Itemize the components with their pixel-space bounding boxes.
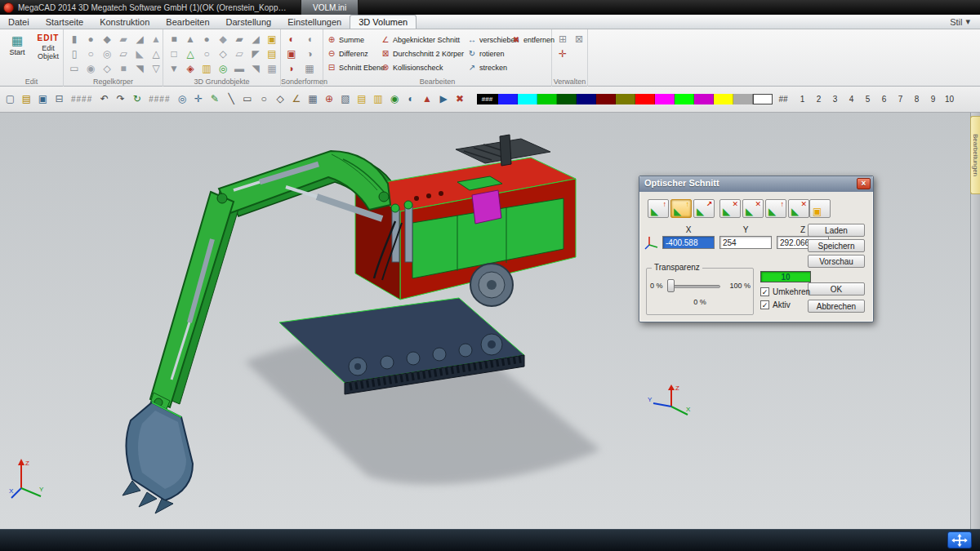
print-icon[interactable]: ⊟: [52, 92, 66, 106]
undo-icon[interactable]: ↶: [97, 92, 111, 106]
rotieren-button[interactable]: ↻rotieren: [467, 47, 519, 60]
refresh-icon[interactable]: ↻: [130, 92, 144, 106]
y-input[interactable]: 254: [719, 236, 772, 249]
measure-icon[interactable]: ∠: [290, 92, 304, 106]
menu-bearbeiten[interactable]: Bearbeiten: [158, 15, 217, 29]
section-plane-7-button[interactable]: ◣✕: [788, 199, 809, 218]
special-form-icon[interactable]: ◐: [284, 33, 299, 47]
new-file-icon[interactable]: ▢: [3, 92, 17, 106]
group-icon[interactable]: ▧: [339, 92, 353, 106]
level-number[interactable]: 6: [876, 95, 893, 104]
pencil-icon[interactable]: ✎: [208, 92, 222, 106]
solid-primitive-icon[interactable]: ◇: [100, 62, 114, 76]
current-color-swatch[interactable]: ###: [477, 94, 498, 104]
level-number[interactable]: 8: [909, 95, 925, 104]
save-icon[interactable]: ▣: [36, 92, 50, 106]
solid-primitive-icon[interactable]: ▭: [67, 62, 82, 76]
special-form-icon[interactable]: ▦: [302, 62, 317, 76]
level-number[interactable]: 5: [860, 95, 876, 104]
section-edit-button[interactable]: ▣: [809, 199, 831, 218]
verwalten-tool-icon[interactable]: ⊠: [572, 33, 586, 47]
level-number[interactable]: 10: [942, 95, 958, 104]
solid-primitive-icon[interactable]: ■: [116, 62, 131, 76]
dialog-titlebar[interactable]: Optischer Schnitt ×: [639, 176, 873, 192]
level-number[interactable]: 9: [925, 95, 942, 104]
base-object-icon[interactable]: ◆: [216, 33, 230, 47]
vorschau-button[interactable]: Vorschau: [808, 255, 865, 268]
section-plane-1-button[interactable]: ◣↑: [648, 199, 669, 218]
laden-button[interactable]: Laden: [808, 224, 865, 237]
solid-primitive-icon[interactable]: △: [149, 47, 163, 61]
base-object-icon[interactable]: ▰: [232, 33, 247, 47]
durchschnitt-2-koerper-button[interactable]: ⊠Durchschnitt 2 Körper: [381, 47, 464, 60]
menu-darstellung[interactable]: Darstellung: [218, 15, 280, 29]
folder2-icon[interactable]: ▥: [372, 92, 385, 106]
document-tab[interactable]: VOLM.ini: [301, 0, 359, 15]
special-form-icon[interactable]: ◑: [302, 47, 317, 61]
summe-button[interactable]: ⊕Summe: [327, 33, 385, 46]
section-plane-5-button[interactable]: ◣✕: [742, 199, 764, 218]
solid-primitive-icon[interactable]: ◣: [132, 47, 147, 61]
aktiv-checkbox[interactable]: ✓ Aktiv: [760, 300, 791, 309]
level-number[interactable]: 4: [844, 95, 860, 104]
menu-einstellungen[interactable]: Einstellungen: [279, 15, 350, 29]
level-number[interactable]: 1: [795, 95, 811, 104]
abbrechen-button[interactable]: Abbrechen: [808, 300, 865, 313]
solid-primitive-icon[interactable]: ▲: [149, 33, 163, 47]
special-form-icon[interactable]: ◗: [284, 62, 299, 76]
solid-primitive-icon[interactable]: ◉: [83, 62, 98, 76]
ok-button[interactable]: OK: [808, 282, 865, 295]
transparenz-slider-handle[interactable]: [667, 279, 675, 292]
level-number[interactable]: 3: [827, 95, 844, 104]
stil-menu[interactable]: Stil ▾: [950, 15, 980, 29]
base-object-icon[interactable]: ●: [199, 33, 214, 47]
section-plane-2-button[interactable]: ◣↑: [670, 199, 692, 218]
edit-objekt-button[interactable]: EDIT Edit Objekt: [34, 33, 62, 60]
view-icon[interactable]: ◐: [404, 92, 418, 106]
section-plane-4-button[interactable]: ◣✕: [719, 199, 741, 218]
delete-icon[interactable]: ✖: [453, 92, 467, 106]
menu-3d-volumen[interactable]: 3D Volumen: [350, 15, 416, 29]
solid-primitive-icon[interactable]: ▱: [116, 47, 131, 61]
base-object-icon[interactable]: ◥: [248, 62, 263, 76]
base-object-icon[interactable]: △: [183, 47, 198, 61]
color-swatch[interactable]: [596, 94, 616, 104]
entfernen-button[interactable]: ✖entfernen: [511, 33, 555, 46]
special-form-icon[interactable]: ◖: [302, 33, 317, 47]
rectangle-icon[interactable]: ▭: [241, 92, 255, 106]
base-object-icon[interactable]: ▼: [167, 62, 181, 76]
color-swatch[interactable]: [694, 94, 714, 104]
verwalten-tool-icon[interactable]: ⊞: [555, 33, 570, 47]
base-object-icon[interactable]: ◎: [216, 62, 230, 76]
base-object-icon[interactable]: ◇: [216, 47, 230, 61]
color-swatch[interactable]: [518, 94, 537, 104]
special-form-icon[interactable]: ▣: [284, 47, 299, 61]
color-swatch[interactable]: [675, 94, 694, 104]
base-object-icon[interactable]: ◤: [248, 47, 263, 61]
base-object-icon[interactable]: ▬: [232, 62, 247, 76]
color-swatch[interactable]: [714, 94, 733, 104]
solid-primitive-icon[interactable]: ▽: [149, 62, 163, 76]
color-swatch[interactable]: [753, 94, 773, 104]
menu-konstruktion[interactable]: Konstruktion: [91, 15, 158, 29]
menu-datei[interactable]: Datei: [0, 15, 38, 29]
snap-icon[interactable]: ⊕: [323, 92, 336, 106]
color-swatch[interactable]: [635, 94, 655, 104]
solid-primitive-icon[interactable]: ▰: [116, 33, 131, 47]
base-object-icon[interactable]: ▥: [199, 62, 214, 76]
base-object-icon[interactable]: ○: [199, 47, 214, 61]
excavator-model[interactable]: [74, 117, 612, 525]
color-swatch[interactable]: [557, 94, 577, 104]
base-object-icon[interactable]: ▦: [265, 62, 279, 76]
differenz-button[interactable]: ⊖Differenz: [327, 47, 385, 60]
solid-primitive-icon[interactable]: ▯: [67, 47, 82, 61]
speichern-button[interactable]: Speichern: [808, 239, 865, 252]
solid-primitive-icon[interactable]: ◥: [132, 62, 147, 76]
x-input[interactable]: -400.588: [662, 236, 715, 249]
solid-primitive-icon[interactable]: ▮: [67, 33, 82, 47]
circle-icon[interactable]: ○: [257, 92, 271, 106]
color-swatch[interactable]: [616, 94, 635, 104]
base-object-icon[interactable]: ▤: [265, 47, 279, 61]
base-object-icon[interactable]: ▱: [232, 47, 247, 61]
solid-primitive-icon[interactable]: ◎: [100, 47, 114, 61]
